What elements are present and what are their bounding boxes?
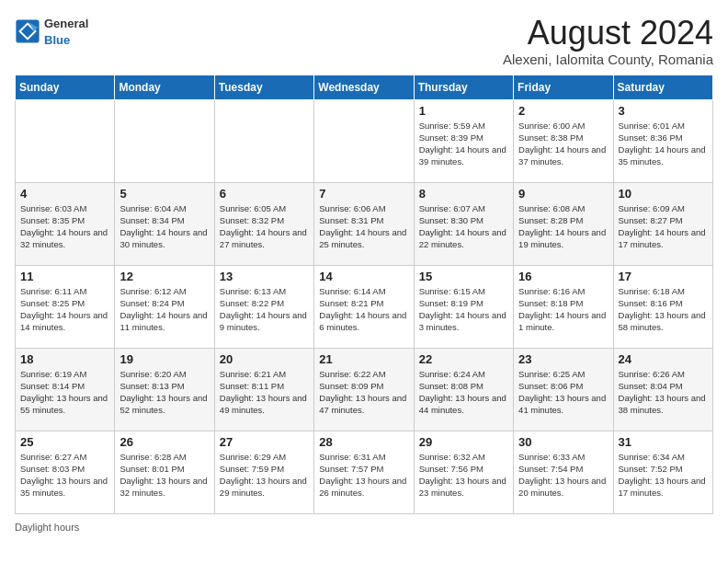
calendar-week-5: 25Sunrise: 6:27 AMSunset: 8:03 PMDayligh… xyxy=(16,431,713,513)
day-number: 11 xyxy=(20,270,109,283)
day-number: 30 xyxy=(518,435,608,449)
day-number: 22 xyxy=(419,352,508,366)
calendar-cell: 14Sunrise: 6:14 AMSunset: 8:21 PMDayligh… xyxy=(314,265,414,348)
page-header: General Blue August 2024 Alexeni, Ialomi… xyxy=(15,15,713,67)
logo-icon xyxy=(15,18,40,44)
calendar-cell: 31Sunrise: 6:34 AMSunset: 7:52 PMDayligh… xyxy=(613,431,712,513)
calendar-cell: 19Sunrise: 6:20 AMSunset: 8:13 PMDayligh… xyxy=(115,348,214,431)
day-info: Sunrise: 6:33 AMSunset: 7:54 PMDaylight:… xyxy=(518,451,608,500)
calendar-cell: 16Sunrise: 6:16 AMSunset: 8:18 PMDayligh… xyxy=(514,265,613,348)
day-info: Sunrise: 6:25 AMSunset: 8:06 PMDaylight:… xyxy=(518,368,608,417)
day-number: 27 xyxy=(220,435,309,449)
calendar-cell xyxy=(314,99,414,182)
header-wednesday: Wednesday xyxy=(314,75,414,99)
day-number: 21 xyxy=(319,352,408,366)
day-info: Sunrise: 6:00 AMSunset: 8:38 PMDaylight:… xyxy=(518,120,608,168)
calendar-cell: 13Sunrise: 6:13 AMSunset: 8:22 PMDayligh… xyxy=(214,265,313,348)
day-info: Sunrise: 6:11 AMSunset: 8:25 PMDaylight:… xyxy=(20,285,109,334)
calendar-cell: 6Sunrise: 6:05 AMSunset: 8:32 PMDaylight… xyxy=(214,182,313,265)
day-info: Sunrise: 6:24 AMSunset: 8:08 PMDaylight:… xyxy=(419,368,508,417)
calendar-cell: 29Sunrise: 6:32 AMSunset: 7:56 PMDayligh… xyxy=(414,431,513,513)
header-tuesday: Tuesday xyxy=(214,75,313,99)
calendar-cell: 5Sunrise: 6:04 AMSunset: 8:34 PMDaylight… xyxy=(115,182,214,265)
calendar-cell xyxy=(115,99,214,182)
header-saturday: Saturday xyxy=(613,75,712,99)
calendar-cell: 1Sunrise: 5:59 AMSunset: 8:39 PMDaylight… xyxy=(414,99,513,182)
day-number: 17 xyxy=(619,270,708,283)
calendar-header-row: SundayMondayTuesdayWednesdayThursdayFrid… xyxy=(16,75,713,99)
day-info: Sunrise: 6:27 AMSunset: 8:03 PMDaylight:… xyxy=(20,451,109,500)
calendar-cell: 24Sunrise: 6:26 AMSunset: 8:04 PMDayligh… xyxy=(613,348,712,431)
day-info: Sunrise: 6:22 AMSunset: 8:09 PMDaylight:… xyxy=(319,368,408,417)
day-number: 20 xyxy=(220,352,309,366)
day-number: 10 xyxy=(619,187,708,201)
day-number: 8 xyxy=(419,187,508,201)
day-number: 12 xyxy=(119,270,209,283)
day-info: Sunrise: 6:19 AMSunset: 8:14 PMDaylight:… xyxy=(20,368,109,417)
day-number: 18 xyxy=(20,352,109,366)
calendar-cell: 12Sunrise: 6:12 AMSunset: 8:24 PMDayligh… xyxy=(115,265,214,348)
day-number: 13 xyxy=(220,270,309,283)
calendar-cell: 11Sunrise: 6:11 AMSunset: 8:25 PMDayligh… xyxy=(16,265,115,348)
calendar-cell: 25Sunrise: 6:27 AMSunset: 8:03 PMDayligh… xyxy=(16,431,115,513)
calendar-cell: 18Sunrise: 6:19 AMSunset: 8:14 PMDayligh… xyxy=(16,348,115,431)
calendar-week-2: 4Sunrise: 6:03 AMSunset: 8:35 PMDaylight… xyxy=(16,182,713,265)
calendar-cell: 22Sunrise: 6:24 AMSunset: 8:08 PMDayligh… xyxy=(414,348,513,431)
day-info: Sunrise: 6:26 AMSunset: 8:04 PMDaylight:… xyxy=(619,368,708,417)
calendar-cell: 17Sunrise: 6:18 AMSunset: 8:16 PMDayligh… xyxy=(613,265,712,348)
day-number: 2 xyxy=(518,104,608,118)
logo-general: General xyxy=(44,17,88,30)
day-info: Sunrise: 6:20 AMSunset: 8:13 PMDaylight:… xyxy=(119,368,209,417)
day-info: Sunrise: 6:15 AMSunset: 8:19 PMDaylight:… xyxy=(419,285,508,334)
day-info: Sunrise: 6:34 AMSunset: 7:52 PMDaylight:… xyxy=(619,451,708,500)
day-number: 28 xyxy=(319,435,408,449)
calendar-cell: 7Sunrise: 6:06 AMSunset: 8:31 PMDaylight… xyxy=(314,182,414,265)
day-number: 5 xyxy=(119,187,209,201)
day-number: 9 xyxy=(518,187,608,201)
header-sunday: Sunday xyxy=(16,75,115,99)
day-info: Sunrise: 6:04 AMSunset: 8:34 PMDaylight:… xyxy=(119,202,209,251)
calendar-week-1: 1Sunrise: 5:59 AMSunset: 8:39 PMDaylight… xyxy=(16,99,713,182)
calendar-cell: 10Sunrise: 6:09 AMSunset: 8:27 PMDayligh… xyxy=(613,182,712,265)
day-info: Sunrise: 6:28 AMSunset: 8:01 PMDaylight:… xyxy=(119,451,209,500)
header-friday: Friday xyxy=(514,75,613,99)
day-info: Sunrise: 6:12 AMSunset: 8:24 PMDaylight:… xyxy=(119,285,209,334)
daylight-label: Daylight hours xyxy=(15,522,79,533)
calendar-cell: 2Sunrise: 6:00 AMSunset: 8:38 PMDaylight… xyxy=(514,99,613,182)
day-info: Sunrise: 6:06 AMSunset: 8:31 PMDaylight:… xyxy=(319,202,408,251)
day-info: Sunrise: 6:05 AMSunset: 8:32 PMDaylight:… xyxy=(220,202,309,251)
calendar-week-4: 18Sunrise: 6:19 AMSunset: 8:14 PMDayligh… xyxy=(16,348,713,431)
day-info: Sunrise: 6:13 AMSunset: 8:22 PMDaylight:… xyxy=(220,285,309,334)
logo-text: General Blue xyxy=(44,15,88,48)
day-number: 26 xyxy=(119,435,209,449)
day-number: 29 xyxy=(419,435,508,449)
header-monday: Monday xyxy=(115,75,214,99)
calendar-week-3: 11Sunrise: 6:11 AMSunset: 8:25 PMDayligh… xyxy=(16,265,713,348)
calendar-cell xyxy=(16,99,115,182)
day-info: Sunrise: 6:09 AMSunset: 8:27 PMDaylight:… xyxy=(619,202,708,251)
day-info: Sunrise: 6:14 AMSunset: 8:21 PMDaylight:… xyxy=(319,285,408,334)
day-number: 31 xyxy=(619,435,708,449)
day-info: Sunrise: 6:08 AMSunset: 8:28 PMDaylight:… xyxy=(518,202,608,251)
day-info: Sunrise: 6:31 AMSunset: 7:57 PMDaylight:… xyxy=(319,451,408,500)
location-subtitle: Alexeni, Ialomita County, Romania xyxy=(503,52,713,67)
header-thursday: Thursday xyxy=(414,75,513,99)
calendar-cell: 15Sunrise: 6:15 AMSunset: 8:19 PMDayligh… xyxy=(414,265,513,348)
day-info: Sunrise: 6:29 AMSunset: 7:59 PMDaylight:… xyxy=(220,451,309,500)
title-block: August 2024 Alexeni, Ialomita County, Ro… xyxy=(503,15,713,67)
calendar-cell: 30Sunrise: 6:33 AMSunset: 7:54 PMDayligh… xyxy=(514,431,613,513)
calendar-cell: 28Sunrise: 6:31 AMSunset: 7:57 PMDayligh… xyxy=(314,431,414,513)
day-number: 23 xyxy=(518,352,608,366)
day-info: Sunrise: 6:18 AMSunset: 8:16 PMDaylight:… xyxy=(619,285,708,334)
calendar-footer: Daylight hours xyxy=(15,522,713,533)
month-year-title: August 2024 xyxy=(503,15,713,52)
day-number: 25 xyxy=(20,435,109,449)
day-info: Sunrise: 5:59 AMSunset: 8:39 PMDaylight:… xyxy=(419,120,508,168)
calendar-cell: 8Sunrise: 6:07 AMSunset: 8:30 PMDaylight… xyxy=(414,182,513,265)
day-number: 4 xyxy=(20,187,109,201)
day-number: 15 xyxy=(419,270,508,283)
calendar-cell: 20Sunrise: 6:21 AMSunset: 8:11 PMDayligh… xyxy=(214,348,313,431)
day-number: 3 xyxy=(619,104,708,118)
day-number: 16 xyxy=(518,270,608,283)
calendar-table: SundayMondayTuesdayWednesdayThursdayFrid… xyxy=(15,75,713,514)
